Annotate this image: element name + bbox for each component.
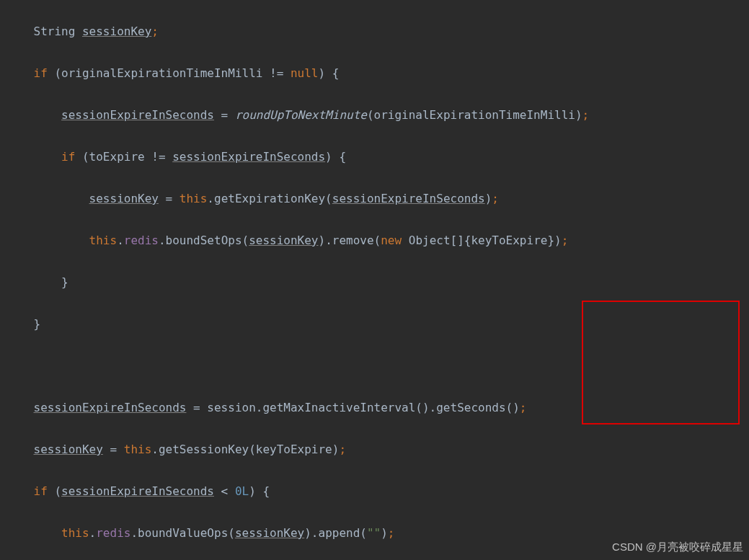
code-line: String sessionKey; — [6, 21, 743, 42]
code-line — [6, 355, 743, 376]
code-line: if (sessionExpireInSeconds < 0L) { — [6, 481, 743, 502]
code-line: sessionKey = this.getSessionKey(keyToExp… — [6, 439, 743, 460]
code-line: this.redis.boundSetOps(sessionKey).remov… — [6, 230, 743, 251]
code-line: } — [6, 314, 743, 334]
code-line: if (originalExpirationTimeInMilli != nul… — [6, 63, 743, 84]
code-line: sessionExpireInSeconds = session.getMaxI… — [6, 397, 743, 418]
watermark-text: CSDN @月亮被咬碎成星星 — [612, 541, 743, 554]
code-editor-area[interactable]: String sessionKey; if (originalExpiratio… — [0, 0, 749, 560]
code-line: sessionExpireInSeconds = roundUpToNextMi… — [6, 105, 743, 125]
code-line: sessionKey = this.getExpirationKey(sessi… — [6, 188, 743, 209]
code-line: } — [6, 272, 743, 293]
code-line: if (toExpire != sessionExpireInSeconds) … — [6, 146, 743, 167]
